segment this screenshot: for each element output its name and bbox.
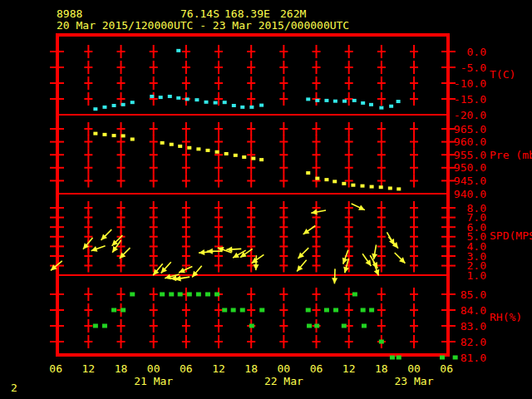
grid-plus-tick — [117, 174, 126, 187]
grid-plus-tick — [117, 335, 126, 348]
grid-plus-tick — [279, 135, 288, 149]
grid-plus-tick — [410, 61, 418, 74]
wind-arrow-head — [199, 249, 204, 255]
grid-plus-tick — [377, 303, 386, 317]
relative_humidity-point — [362, 324, 367, 328]
pressure-point — [93, 132, 97, 135]
grid-plus-tick — [214, 148, 223, 161]
relative_humidity-point — [231, 308, 236, 313]
grid-plus-tick — [84, 335, 92, 348]
grid-plus-tick — [117, 148, 126, 161]
grid-plus-tick — [117, 61, 126, 74]
temperature-point — [232, 104, 236, 107]
grid-plus-tick — [117, 122, 126, 135]
grid-plus-tick — [377, 319, 386, 332]
relative_humidity-point — [379, 340, 384, 344]
wind_speed-axis-label: SPD(MPS) — [490, 229, 532, 242]
temperature-point — [204, 101, 209, 104]
temperature-point — [131, 101, 135, 104]
temperature-point — [223, 101, 227, 104]
pressure-point — [315, 177, 319, 180]
grid-plus-tick — [410, 319, 418, 332]
x-tick-label: 18 — [244, 362, 258, 375]
grid-plus-tick — [84, 161, 92, 175]
date-label: 22 Mar — [264, 375, 303, 387]
grid-plus-tick — [313, 45, 321, 58]
grid-plus-tick — [410, 135, 418, 149]
grid-plus-tick — [117, 45, 126, 58]
grid-plus-tick — [279, 288, 288, 301]
grid-plus-tick — [182, 61, 190, 74]
relative_humidity-point — [205, 293, 210, 297]
grid-plus-tick — [313, 148, 321, 161]
temperature-point — [195, 98, 199, 101]
grid-plus-tick — [150, 122, 158, 135]
grid-plus-tick — [247, 92, 255, 106]
grid-plus-tick — [182, 303, 190, 317]
grid-plus-tick — [313, 335, 321, 348]
grid-plus-tick — [247, 303, 255, 317]
pressure-point — [121, 134, 126, 137]
grid-plus-tick — [345, 335, 353, 348]
grid-plus-tick — [117, 161, 126, 175]
grid-plus-tick — [214, 122, 223, 135]
grid-plus-tick — [150, 135, 158, 149]
temperature-point — [352, 99, 357, 102]
grid-plus-tick — [279, 92, 288, 106]
wind-arrow-head — [252, 258, 259, 264]
grid-plus-tick — [377, 45, 386, 58]
grid-plus-tick — [182, 45, 190, 58]
date-label: 21 Mar — [134, 375, 173, 387]
grid-plus-tick — [247, 174, 255, 187]
relative_humidity-tick-label: 84.0 — [461, 304, 486, 317]
temperature-tick-label: -10.0 — [454, 77, 486, 90]
temperature-point — [214, 101, 218, 105]
relative_humidity-point — [307, 324, 312, 328]
grid-plus-tick — [182, 161, 190, 175]
grid-plus-tick — [247, 61, 255, 74]
relative_humidity-point — [324, 308, 329, 313]
grid-plus-tick — [117, 76, 126, 90]
grid-plus-tick — [279, 61, 288, 74]
pressure-point — [224, 152, 229, 155]
pressure-point — [397, 187, 401, 190]
grid-plus-tick — [345, 122, 353, 135]
grid-plus-tick — [279, 259, 288, 273]
relative_humidity-point — [440, 356, 445, 360]
wind-arrow-head — [366, 259, 372, 266]
temperature-axis-label: T(C) — [490, 68, 515, 81]
x-tick-label: 12 — [212, 362, 225, 375]
relative_humidity-point — [453, 356, 458, 360]
relative_humidity-point — [259, 308, 264, 313]
grid-plus-tick — [214, 174, 223, 187]
temperature-point — [397, 100, 401, 103]
grid-plus-tick — [84, 122, 92, 135]
relative_humidity-axis-label: RH(%) — [490, 311, 522, 323]
grid-plus-tick — [84, 61, 92, 74]
relative_humidity-point — [102, 324, 107, 328]
relative_humidity-point — [111, 308, 116, 313]
grid-plus-tick — [214, 161, 223, 175]
grid-plus-tick — [377, 135, 386, 149]
grid-plus-tick — [84, 303, 92, 317]
pressure-point — [196, 147, 200, 150]
grid-plus-tick — [345, 148, 353, 161]
temperature-point — [259, 104, 264, 107]
grid-plus-tick — [377, 92, 386, 106]
temperature-point — [168, 95, 172, 98]
grid-plus-tick — [345, 92, 353, 106]
grid-plus-tick — [214, 319, 223, 332]
grid-plus-tick — [313, 76, 321, 90]
pressure-axis-label: Pre (mb) — [490, 149, 532, 161]
grid-plus-tick — [377, 61, 386, 74]
temperature-point — [306, 97, 310, 101]
relative_humidity-point — [333, 308, 338, 313]
grid-plus-tick — [410, 45, 418, 58]
temperature-point — [93, 107, 97, 111]
grid-plus-tick — [410, 76, 418, 90]
temperature-point — [159, 96, 163, 99]
grid-plus-tick — [247, 135, 255, 149]
grid-plus-tick — [150, 148, 158, 161]
pressure-point — [306, 171, 310, 175]
pressure-tick-label: 940.0 — [454, 188, 486, 200]
